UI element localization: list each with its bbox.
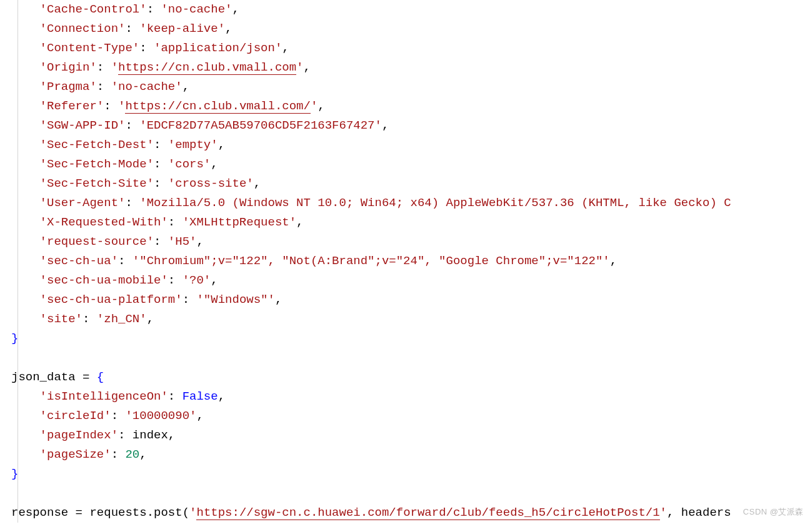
code-block: 'Cache-Control': 'no-cache', 'Connection… — [0, 0, 810, 523]
watermark: CSDN @艾派森 — [743, 502, 804, 521]
